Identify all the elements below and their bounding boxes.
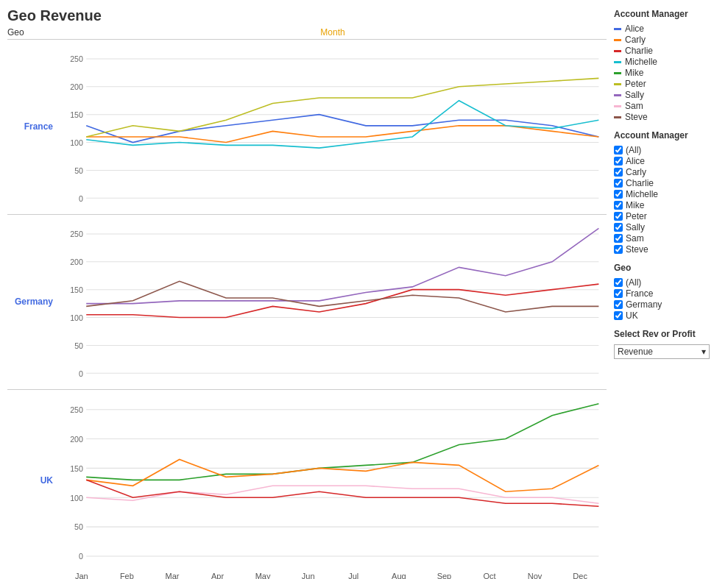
filter-geo-france[interactable]: France <box>614 288 721 299</box>
filter-am-mike[interactable]: Mike <box>614 200 721 210</box>
month-label-jan: Jan <box>59 572 105 579</box>
geo-axis-label: Geo <box>7 27 59 38</box>
month-label-apr: Apr <box>195 572 241 579</box>
charts-container: France 050100150200250 Germany 050100150… <box>7 39 607 572</box>
month-label-may: May <box>240 572 286 579</box>
month-label-jul: Jul <box>331 572 376 579</box>
month-label-dec: Dec <box>557 572 603 579</box>
filter-am-michelle[interactable]: Michelle <box>614 189 721 199</box>
germany-chart: 050100150200250 <box>59 215 607 389</box>
filter-geo-uk[interactable]: UK <box>614 310 721 321</box>
month-label-feb: Feb <box>105 572 150 579</box>
select-label: Select Rev or Profit <box>614 329 721 339</box>
svg-text:50: 50 <box>74 341 83 349</box>
month-label-jun: Jun <box>286 572 331 579</box>
germany-panel: Germany 050100150200250 <box>7 214 607 389</box>
svg-text:150: 150 <box>70 463 83 472</box>
filter-am-sam[interactable]: Sam <box>614 233 721 244</box>
legend-item-steve: Steve <box>614 112 721 122</box>
dropdown-arrow-icon: ▾ <box>702 347 706 357</box>
svg-text:150: 150 <box>70 110 83 119</box>
svg-text:250: 250 <box>70 54 83 63</box>
uk-chart: 050100150200250 <box>59 390 607 572</box>
uk-label: UK <box>7 390 59 572</box>
svg-text:0: 0 <box>79 369 83 377</box>
france-chart: 050100150200250 <box>59 40 607 214</box>
filter-am-sally[interactable]: Sally <box>614 222 721 232</box>
page-title: Geo Revenue <box>7 7 607 24</box>
filter-geo-germany[interactable]: Germany <box>614 299 721 310</box>
svg-text:200: 200 <box>70 434 83 443</box>
svg-text:100: 100 <box>70 313 83 322</box>
month-label-oct: Oct <box>467 572 512 579</box>
legend-item-sally: Sally <box>614 90 721 100</box>
legend-title: Account Manager <box>614 9 721 19</box>
legend-item-michelle: Michelle <box>614 57 721 67</box>
filter-geo-all[interactable]: (All) <box>614 277 721 288</box>
legend-item-mike: Mike <box>614 68 721 78</box>
svg-text:200: 200 <box>70 257 83 266</box>
svg-text:250: 250 <box>70 230 83 238</box>
svg-text:100: 100 <box>70 138 83 147</box>
legend-item-alice: Alice <box>614 24 721 34</box>
filter-am-peter[interactable]: Peter <box>614 211 721 221</box>
month-axis-label: Month <box>59 27 607 38</box>
germany-label: Germany <box>7 215 59 389</box>
svg-text:50: 50 <box>74 522 83 531</box>
uk-panel: UK 050100150200250 <box>7 389 607 572</box>
filter-geo-title: Geo <box>614 263 721 273</box>
filter-am-carly[interactable]: Carly <box>614 167 721 177</box>
month-label-mar: Mar <box>149 572 195 579</box>
svg-text:100: 100 <box>70 493 83 502</box>
france-panel: France 050100150200250 <box>7 39 607 214</box>
x-axis: JanFebMarAprMayJunJulAugSepOctNovDec <box>59 572 607 579</box>
svg-text:150: 150 <box>70 285 83 294</box>
legend-item-sam: Sam <box>614 101 721 111</box>
month-label-nov: Nov <box>512 572 558 579</box>
revenue-dropdown[interactable]: Revenue ▾ <box>614 344 710 359</box>
france-label: France <box>7 40 59 214</box>
revenue-value: Revenue <box>618 347 653 357</box>
svg-text:50: 50 <box>74 166 83 175</box>
legend-item-peter: Peter <box>614 79 721 89</box>
month-label-sep: Sep <box>422 572 467 579</box>
sidebar: Account Manager AliceCarlyCharlieMichell… <box>607 0 728 579</box>
filter-am-alice[interactable]: Alice <box>614 156 721 166</box>
svg-text:200: 200 <box>70 82 83 91</box>
svg-text:0: 0 <box>79 194 83 203</box>
filter-account-manager-title: Account Manager <box>614 130 721 141</box>
legend-item-carly: Carly <box>614 35 721 45</box>
filter-am-all[interactable]: (All) <box>614 145 721 155</box>
filter-am-charlie[interactable]: Charlie <box>614 178 721 188</box>
svg-text:0: 0 <box>79 552 83 561</box>
month-label-aug: Aug <box>376 572 422 579</box>
svg-text:250: 250 <box>70 405 83 414</box>
filter-am-steve[interactable]: Steve <box>614 244 721 255</box>
legend-item-charlie: Charlie <box>614 46 721 56</box>
